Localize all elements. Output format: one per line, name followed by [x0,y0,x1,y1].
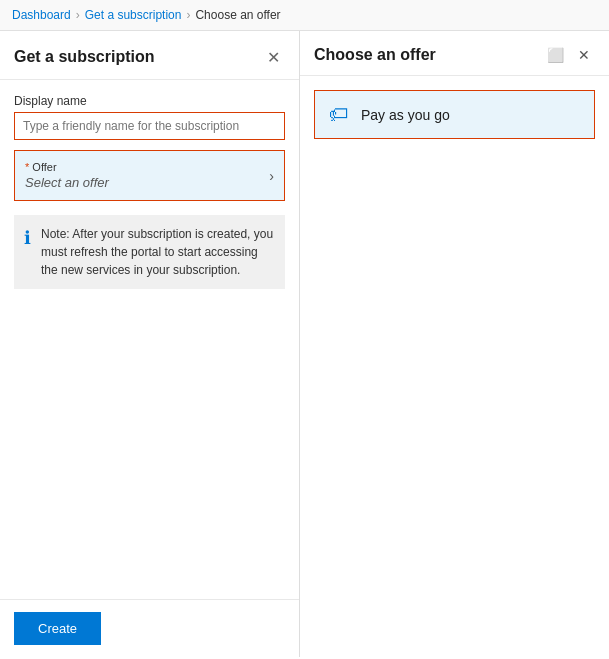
info-box: ℹ Note: After your subscription is creat… [14,215,285,289]
chevron-right-icon: › [269,168,274,184]
main-content: Get a subscription ✕ Display name * Offe… [0,31,609,657]
left-panel-footer: Create [0,599,299,657]
display-name-label: Display name [14,94,285,108]
pay-as-you-go-option[interactable]: 🏷 Pay as you go [314,90,595,139]
offer-placeholder-text: Select an offer [25,175,109,190]
restore-button[interactable]: ⬜ [542,45,569,65]
right-panel-close-button[interactable]: ✕ [573,45,595,65]
breadcrumb-dashboard[interactable]: Dashboard [12,8,71,22]
right-panel-header: Choose an offer ⬜ ✕ [300,31,609,76]
right-panel: Choose an offer ⬜ ✕ 🏷 Pay as you go [300,31,609,657]
right-panel-body: 🏷 Pay as you go [300,76,609,657]
breadcrumb-sep-1: › [76,8,80,22]
display-name-input[interactable] [14,112,285,140]
breadcrumb-current: Choose an offer [195,8,280,22]
breadcrumb-get-subscription[interactable]: Get a subscription [85,8,182,22]
left-panel-header: Get a subscription ✕ [0,31,299,80]
breadcrumb-sep-2: › [186,8,190,22]
offer-field-group: * Offer Select an offer › [14,150,285,201]
breadcrumb: Dashboard › Get a subscription › Choose … [0,0,609,31]
left-panel: Get a subscription ✕ Display name * Offe… [0,31,300,657]
left-panel-title: Get a subscription [14,48,154,66]
right-panel-actions: ⬜ ✕ [542,45,595,65]
display-name-field-group: Display name [14,94,285,140]
info-text: Note: After your subscription is created… [41,225,275,279]
offer-option-name: Pay as you go [361,107,450,123]
offer-label: * Offer [25,161,109,173]
offer-field-inner: * Offer Select an offer [25,161,109,190]
right-panel-title: Choose an offer [314,46,436,64]
info-icon: ℹ [24,227,31,279]
left-panel-close-button[interactable]: ✕ [261,45,285,69]
tag-icon: 🏷 [329,103,349,126]
left-panel-body: Display name * Offer Select an offer › [0,80,299,599]
offer-selector[interactable]: * Offer Select an offer › [14,150,285,201]
create-button[interactable]: Create [14,612,101,645]
